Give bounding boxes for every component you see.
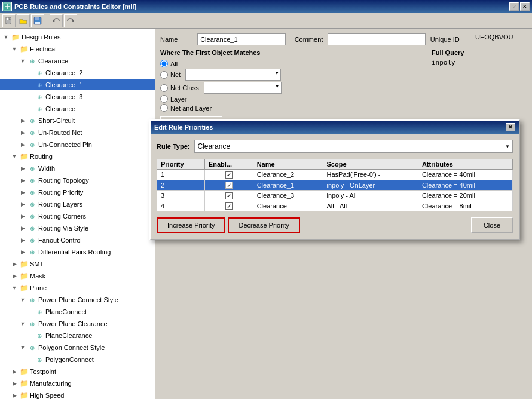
cell-enabled-4[interactable] (204, 201, 253, 211)
cell-attributes-1: Clearance = 40mil (418, 170, 512, 180)
col-priority: Priority (157, 159, 205, 170)
cell-scope-4: All - All (323, 201, 418, 211)
checkbox-3[interactable] (225, 192, 233, 200)
dialog-overlay: Edit Rule Priorities ✕ Rule Type: Cleara… (0, 0, 532, 399)
cell-attributes-4: Clearance = 8mil (418, 201, 512, 211)
cell-attributes-3: Clearance = 20mil (418, 191, 512, 201)
cell-attributes-2: Clearance = 40mil (418, 180, 512, 191)
edit-rule-priorities-dialog: Edit Rule Priorities ✕ Rule Type: Cleara… (149, 119, 520, 240)
cell-scope-2: inpoly - OnLayer (323, 180, 418, 191)
cell-scope-3: inpoly - All (323, 191, 418, 201)
dialog-title-text: Edit Rule Priorities (154, 124, 213, 131)
cell-name-3: Clearance_3 (253, 191, 323, 201)
checkbox-4[interactable] (225, 202, 233, 210)
col-enabled: Enabl... (204, 159, 253, 170)
cell-name-1: Clearance_2 (253, 170, 323, 180)
increase-priority-button[interactable]: Increase Priority (157, 217, 225, 233)
cell-priority-4: 4 (157, 201, 205, 211)
rule-type-value: Clearance (197, 142, 230, 151)
priority-table-body: 1 Clearance_2 HasPad('Free-0') - Clearan… (157, 170, 513, 211)
table-row[interactable]: 4 Clearance All - All Clearance = 8mil (157, 201, 513, 211)
cell-priority-3: 3 (157, 191, 205, 201)
rule-type-select[interactable]: Clearance ▼ (194, 140, 513, 153)
cell-priority-1: 1 (157, 170, 205, 180)
checkbox-1[interactable] (225, 171, 233, 179)
rule-type-label: Rule Type: (157, 143, 189, 150)
dialog-close-btn[interactable]: Close (471, 217, 513, 233)
rule-type-row: Rule Type: Clearance ▼ (157, 140, 513, 153)
cell-enabled-1[interactable] (204, 170, 253, 180)
dialog-footer-left: Increase Priority Decrease Priority (157, 217, 300, 233)
priority-table-header: Priority Enabl... Name Scope Attributes (157, 159, 513, 170)
cell-scope-1: HasPad('Free-0') - (323, 170, 418, 180)
cell-enabled-2[interactable] (204, 180, 253, 191)
col-attributes: Attributes (418, 159, 512, 170)
dialog-title-bar: Edit Rule Priorities ✕ (151, 121, 519, 134)
cell-enabled-3[interactable] (204, 191, 253, 201)
cell-name-4: Clearance (253, 201, 323, 211)
checkbox-2[interactable] (225, 182, 233, 189)
decrease-priority-button[interactable]: Decrease Priority (228, 217, 299, 233)
priority-table: Priority Enabl... Name Scope Attributes … (157, 159, 513, 211)
col-scope: Scope (323, 159, 418, 170)
dialog-close-button[interactable]: ✕ (506, 123, 515, 131)
dialog-body: Rule Type: Clearance ▼ Priority Enabl...… (151, 134, 519, 239)
cell-name-2: Clearance_1 (253, 180, 323, 191)
rule-type-arrow: ▼ (505, 144, 510, 149)
table-row[interactable]: 2 Clearance_1 inpoly - OnLayer Clearance… (157, 180, 513, 191)
col-name: Name (253, 159, 323, 170)
table-row[interactable]: 3 Clearance_3 inpoly - All Clearance = 2… (157, 191, 513, 201)
dialog-footer: Increase Priority Decrease Priority Clos… (157, 217, 513, 233)
cell-priority-2: 2 (157, 180, 205, 191)
table-row[interactable]: 1 Clearance_2 HasPad('Free-0') - Clearan… (157, 170, 513, 180)
